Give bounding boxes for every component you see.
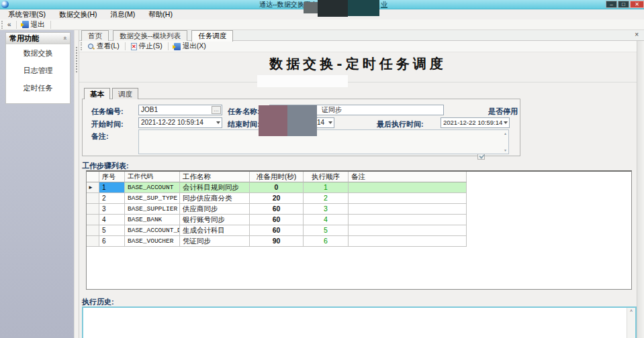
- task-schedule-page: 数据交换-定时任务调度 基本 调度 任务编号: JOB1 … 任务名称: 证同步…: [79, 52, 644, 338]
- table-cell[interactable]: 3: [304, 204, 349, 215]
- toolbar-separator: [16, 21, 17, 29]
- exit-page-button[interactable]: 退出(X): [171, 41, 209, 52]
- exit-button[interactable]: 退出: [19, 19, 48, 30]
- sidebar-item-data-exchange[interactable]: 数据交换: [6, 44, 70, 62]
- table-cell[interactable]: [349, 215, 467, 225]
- table-cell[interactable]: 凭证同步: [180, 236, 250, 247]
- stop-button[interactable]: ✕ 停止(S): [128, 41, 165, 52]
- table-cell[interactable]: 同步供应商分类: [180, 193, 250, 204]
- app-icon: [1, 1, 9, 8]
- row-marker-cell[interactable]: [87, 225, 99, 236]
- table-cell[interactable]: [349, 182, 467, 193]
- tab-task-schedule[interactable]: 任务调度: [191, 30, 233, 42]
- sidebar-item-scheduled-task[interactable]: 定时任务: [6, 79, 70, 97]
- form-tab-schedule[interactable]: 调度: [112, 88, 138, 99]
- scroll-up-icon[interactable]: ▲: [504, 131, 507, 135]
- scroll-down-icon[interactable]: ▼: [504, 148, 507, 152]
- table-cell[interactable]: 6: [304, 236, 349, 247]
- dropdown-arrow-icon[interactable]: [328, 121, 332, 124]
- table-cell[interactable]: BASE_ACCOUNT: [125, 182, 180, 193]
- table-cell[interactable]: BASE_SUPPLIER: [125, 204, 180, 215]
- table-cell[interactable]: 3: [99, 204, 125, 215]
- menu-help[interactable]: 帮助(H): [142, 9, 179, 19]
- tab-close-icon[interactable]: ×: [635, 32, 639, 38]
- table-cell[interactable]: 5: [304, 225, 349, 236]
- table-cell[interactable]: 4: [304, 215, 349, 225]
- maximize-button[interactable]: □: [618, 1, 629, 8]
- table-cell[interactable]: [349, 236, 467, 247]
- table-cell[interactable]: BASE_SUP_TYPE: [125, 193, 180, 204]
- table-cell[interactable]: BASE_BANK: [125, 215, 180, 225]
- table-cell[interactable]: 60: [250, 225, 304, 236]
- row-marker-cell[interactable]: [87, 236, 99, 247]
- chevron-up-icon[interactable]: «: [61, 36, 68, 40]
- table-row[interactable]: 5BASE_ACCOUNT_DCY生成会计科目605: [87, 225, 467, 236]
- table-row[interactable]: 2BASE_SUP_TYPE同步供应商分类202: [87, 193, 467, 204]
- table-cell[interactable]: [349, 225, 467, 236]
- sidebar: 常用功能 « 数据交换 日志管理 定时任务: [0, 30, 74, 338]
- table-cell[interactable]: 1: [99, 182, 125, 193]
- table-cell[interactable]: 会计科目规则同步: [180, 182, 250, 193]
- table-cell[interactable]: 生成会计科目: [180, 225, 250, 236]
- table-cell[interactable]: 4: [99, 215, 125, 225]
- redaction-box: [287, 105, 317, 136]
- sidebar-header: 常用功能 «: [6, 33, 70, 44]
- toolbar-grip: [1, 21, 3, 29]
- sidebar-panel: 常用功能 « 数据交换 日志管理 定时任务: [5, 32, 71, 104]
- form-tab-strip: 基本 调度: [84, 88, 138, 99]
- view-button[interactable]: 查看(L): [85, 41, 122, 52]
- table-cell[interactable]: 5: [99, 225, 125, 236]
- last-exec-input[interactable]: 2021-12-22 10:59:14: [441, 117, 510, 128]
- table-cell[interactable]: [349, 193, 467, 204]
- sidebar-splitter[interactable]: [74, 30, 79, 338]
- start-time-input[interactable]: 2021-12-22 10:59:14: [138, 117, 222, 128]
- form-tab-basic[interactable]: 基本: [84, 88, 110, 99]
- collapse-sidebar-button[interactable]: «: [5, 21, 13, 28]
- table-cell[interactable]: BASE_VOUCHER: [125, 236, 180, 247]
- table-cell[interactable]: 供应商同步: [180, 204, 250, 215]
- row-marker-cell[interactable]: [87, 193, 99, 204]
- page-title: 数据交换-定时任务调度: [79, 55, 637, 73]
- table-cell[interactable]: [349, 204, 467, 215]
- splitter-handle: [76, 47, 77, 72]
- toolbar-separator: [50, 21, 51, 29]
- remark-textarea[interactable]: ▲ ▼: [138, 129, 509, 154]
- exit-door-icon: [22, 21, 29, 28]
- table-cell[interactable]: 银行账号同步: [180, 215, 250, 225]
- table-row[interactable]: 4BASE_BANK银行账号同步604: [87, 215, 467, 225]
- table-cell[interactable]: 2: [99, 193, 125, 204]
- table-row[interactable]: ►1BASE_ACCOUNT会计科目规则同步01: [87, 182, 467, 193]
- scroll-up-icon[interactable]: ˄: [627, 308, 635, 313]
- job-no-input[interactable]: JOB1 …: [138, 105, 222, 115]
- redaction-box: [257, 75, 348, 87]
- table-cell[interactable]: 20: [250, 193, 304, 204]
- minimize-button[interactable]: –: [606, 1, 617, 8]
- dropdown-arrow-icon[interactable]: [504, 121, 508, 124]
- document-tab-strip: 首页 数据交换--模块列表 任务调度 ×: [79, 30, 644, 41]
- menu-message[interactable]: 消息(M): [104, 9, 142, 19]
- menu-data-exchange[interactable]: 数据交换(H): [52, 9, 104, 19]
- table-cell[interactable]: 1: [304, 182, 349, 193]
- close-button[interactable]: ✕: [630, 1, 644, 8]
- table-cell[interactable]: 60: [250, 215, 304, 225]
- table-cell[interactable]: BASE_ACCOUNT_DCY: [125, 225, 180, 236]
- table-row[interactable]: 6BASE_VOUCHER凭证同步906: [87, 236, 467, 247]
- table-cell[interactable]: 6: [99, 236, 125, 247]
- history-scrollbar[interactable]: ˄: [627, 308, 635, 338]
- row-marker-cell[interactable]: [87, 215, 99, 225]
- table-cell[interactable]: 2: [304, 193, 349, 204]
- history-textarea[interactable]: ˄: [82, 306, 637, 338]
- sidebar-item-log-management[interactable]: 日志管理: [6, 62, 70, 79]
- table-cell[interactable]: 90: [250, 236, 304, 247]
- browse-button[interactable]: …: [212, 106, 221, 114]
- table-cell[interactable]: 60: [250, 204, 304, 215]
- tab-home[interactable]: 首页: [81, 30, 109, 41]
- row-marker-cell[interactable]: [87, 204, 99, 215]
- tab-module-list[interactable]: 数据交换--模块列表: [113, 30, 187, 41]
- dropdown-arrow-icon[interactable]: [216, 121, 220, 124]
- stop-document-icon: ✕: [131, 43, 137, 50]
- row-marker-cell[interactable]: ►: [87, 182, 99, 193]
- menu-system-management[interactable]: 系统管理(S): [1, 9, 52, 19]
- table-row[interactable]: 3BASE_SUPPLIER供应商同步603: [87, 204, 467, 215]
- table-cell[interactable]: 0: [250, 182, 304, 193]
